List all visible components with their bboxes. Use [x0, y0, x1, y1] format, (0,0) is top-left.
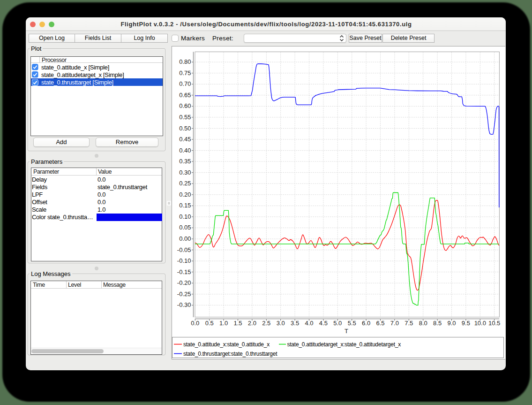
- svg-text:0.65: 0.65: [179, 92, 191, 99]
- svg-text:0.20: 0.20: [179, 191, 191, 198]
- svg-text:0.75: 0.75: [179, 69, 191, 76]
- svg-text:0.15: 0.15: [179, 202, 191, 209]
- svg-text:0.25: 0.25: [179, 180, 191, 187]
- svg-text:0.45: 0.45: [179, 136, 191, 143]
- svg-text:-0.10: -0.10: [177, 257, 191, 264]
- svg-text:0.60: 0.60: [179, 102, 191, 109]
- svg-text:0.35: 0.35: [179, 158, 191, 165]
- svg-text:0.80: 0.80: [179, 58, 191, 65]
- svg-text:-0.30: -0.30: [177, 301, 191, 308]
- svg-text:0.40: 0.40: [179, 147, 191, 154]
- svg-text:0.05: 0.05: [179, 224, 191, 231]
- svg-text:T: T: [345, 328, 348, 335]
- svg-text:0.55: 0.55: [179, 114, 191, 121]
- svg-text:0.50: 0.50: [179, 125, 191, 132]
- svg-text:0.70: 0.70: [179, 80, 191, 87]
- svg-text:0.00: 0.00: [179, 235, 191, 242]
- svg-text:0.10: 0.10: [179, 213, 191, 220]
- svg-text:-0.05: -0.05: [177, 246, 191, 253]
- svg-text:-0.20: -0.20: [177, 279, 191, 286]
- svg-text:0.30: 0.30: [179, 169, 191, 176]
- svg-text:-0.15: -0.15: [177, 268, 191, 275]
- svg-text:-0.25: -0.25: [177, 290, 191, 298]
